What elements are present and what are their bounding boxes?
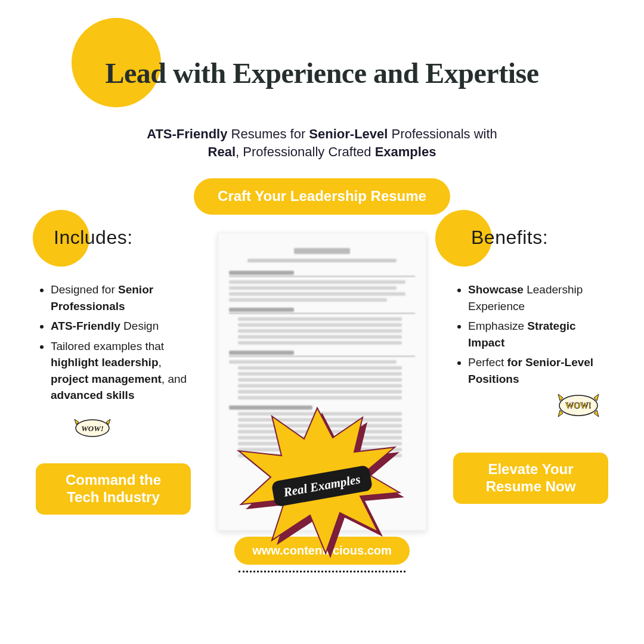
list-item: Tailored examples that highlight leaders… [51,338,191,404]
subtitle-bold-1: ATS-Friendly [147,126,227,141]
command-tech-button[interactable]: Command the Tech Industry [36,463,191,515]
craft-resume-button[interactable]: Craft Your Leadership Resume [194,178,450,215]
subtitle-bold-3: Real [208,144,236,159]
subtitle-bold-2: Senior-Level [309,126,388,141]
includes-column: Includes: Designed for Senior Profession… [36,227,191,514]
benefits-label: Benefits: [453,227,608,249]
includes-label: Includes: [36,227,191,249]
benefits-column: Benefits: Showcase Leadership Experience… [453,227,608,504]
elevate-resume-button[interactable]: Elevate Your Resume Now [453,453,608,504]
list-item: ATS-Friendly Design [51,318,191,335]
real-examples-burst: Real Examples [233,405,411,561]
list-item: Designed for Senior Professionals [51,281,191,314]
wow-icon: WOW! [555,391,608,423]
svg-text:WOW!: WOW! [81,424,104,433]
subtitle-bold-4: Examples [375,144,436,159]
list-item: Perfect for Senior-Level Positions [468,354,608,387]
includes-list: Designed for Senior Professionals ATS-Fr… [36,281,191,404]
header: Lead with Experience and Expertise [0,0,644,89]
footer-divider [239,571,405,572]
benefits-list: Showcase Leadership Experience Emphasize… [453,281,608,387]
wow-icon: WOW! [72,416,113,442]
page-title: Lead with Experience and Expertise [0,27,644,89]
list-item: Showcase Leadership Experience [468,281,608,314]
content-row: Includes: Designed for Senior Profession… [0,215,644,531]
resume-preview-column: Real Examples [203,227,441,531]
svg-text:WOW!: WOW! [565,401,592,410]
subtitle: ATS-Friendly Resumes for Senior-Level Pr… [0,125,644,160]
list-item: Emphasize Strategic Impact [468,318,608,351]
